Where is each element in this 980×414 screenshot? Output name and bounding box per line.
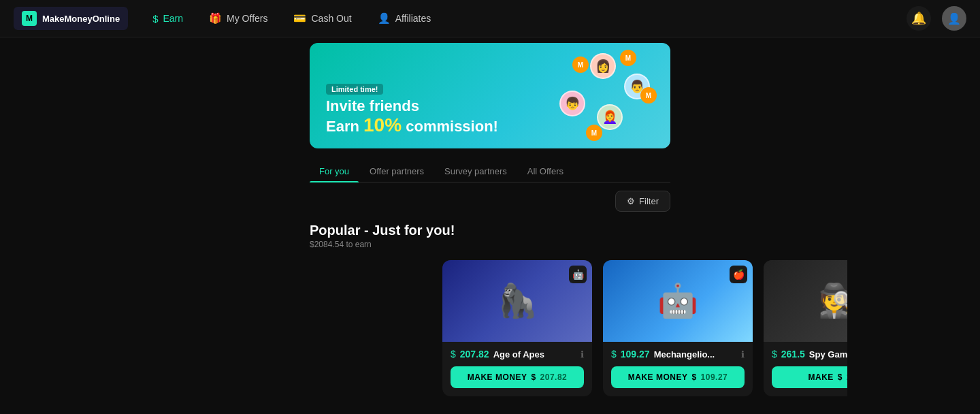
- offer-info: $ 207.82 Age of Apes ℹ: [442, 342, 592, 366]
- person-circle-4: 👦: [559, 91, 585, 116]
- tab-offer-partners[interactable]: Offer partners: [360, 161, 434, 182]
- category-tabs: For you Offer partners Survey partners A…: [310, 161, 670, 182]
- tab-all-offers[interactable]: All Offers: [518, 161, 573, 182]
- nav-my-offers-label: My Offers: [227, 13, 267, 24]
- offer-image: 🤖 🍎: [603, 260, 753, 342]
- dollar-icon: $: [451, 349, 456, 360]
- tab-for-you[interactable]: For you: [310, 161, 359, 182]
- section-subtitle: $2084.54 to earn: [310, 240, 670, 249]
- coin-badge-1: M: [620, 50, 636, 66]
- logo-text: MakeMoneyOnline: [42, 14, 120, 24]
- dollar-icon: $: [611, 349, 617, 360]
- main-content: Limited time! Invite friends Earn 10% co…: [0, 0, 980, 396]
- nav-items: $ Earn 🎁 My Offers 💳 Cash Out 👤 Affiliat…: [142, 7, 906, 30]
- btn-label: MAKE MONEY: [468, 372, 527, 382]
- btn-dollar-icon: $: [691, 372, 696, 382]
- platform-badge: 🤖: [569, 266, 587, 283]
- nav-item-affiliates[interactable]: 👤 Affiliates: [367, 7, 442, 30]
- make-money-button[interactable]: MAKE MONEY $ 207.82: [451, 366, 584, 388]
- coin-badge-2: M: [640, 87, 657, 104]
- nav-cash-out-label: Cash Out: [311, 13, 351, 24]
- banner-highlight: 10%: [363, 114, 402, 136]
- nav-item-my-offers[interactable]: 🎁 My Offers: [198, 7, 278, 30]
- btn-label: MAKE: [808, 372, 833, 382]
- btn-amount: 207.82: [540, 372, 568, 382]
- offer-amount: 261.5: [781, 349, 805, 360]
- offer-image: 🦍 🤖: [442, 260, 592, 342]
- banner-wrap: Limited time! Invite friends Earn 10% co…: [310, 43, 670, 148]
- offer-name: Mechangelio...: [654, 349, 737, 360]
- notifications-button[interactable]: 🔔: [906, 6, 931, 31]
- filter-button[interactable]: ⚙ Filter: [615, 191, 670, 212]
- offer-name: Spy Game: [809, 349, 847, 360]
- offer-card-mechangelio[interactable]: 🤖 🍎 $ 109.27 Mechangelio... ℹ MAKE MONEY…: [603, 260, 753, 396]
- offer-amount: 207.82: [460, 349, 489, 360]
- btn-dollar-icon: $: [531, 372, 536, 382]
- avatar[interactable]: 👤: [942, 6, 966, 31]
- make-money-button[interactable]: MAKE $ 261.5: [772, 366, 847, 388]
- logo-icon: M: [22, 11, 37, 26]
- offer-action: MAKE $ 261.5: [764, 366, 847, 396]
- platform-badge: 🍎: [730, 266, 747, 283]
- gift-icon: 🎁: [209, 12, 222, 25]
- person-circle-1: 👩: [590, 53, 616, 79]
- people-icon: 👤: [378, 12, 391, 25]
- offer-amount: 109.27: [621, 349, 650, 360]
- offer-card-spy-game[interactable]: 🕵️ 🍎 $ 261.5 Spy Game ℹ MAKE $ 261.5: [764, 260, 847, 396]
- nav-affiliates-label: Affiliates: [395, 13, 431, 24]
- banner-limited-label: Limited time!: [326, 84, 383, 95]
- nav-item-earn[interactable]: $ Earn: [142, 7, 194, 30]
- filter-row: ⚙ Filter: [310, 191, 670, 212]
- banner-decoration: 👩 👨 👩‍🦰 👦 M M M M: [521, 50, 657, 142]
- info-icon[interactable]: ℹ: [581, 349, 584, 360]
- btn-amount: 109.27: [701, 372, 728, 382]
- offers-grid: 🦍 🤖 $ 207.82 Age of Apes ℹ MAKE MONEY $ …: [133, 260, 847, 396]
- offer-card-age-of-apes[interactable]: 🦍 🤖 $ 207.82 Age of Apes ℹ MAKE MONEY $ …: [442, 260, 592, 396]
- banner-title: Invite friends Earn 10% commission!: [326, 97, 498, 136]
- promo-banner[interactable]: Limited time! Invite friends Earn 10% co…: [310, 43, 670, 148]
- offer-info: $ 109.27 Mechangelio... ℹ: [603, 342, 753, 366]
- btn-label: MAKE MONEY: [628, 372, 688, 382]
- btn-amount: 261.5: [847, 372, 847, 382]
- offer-action: MAKE MONEY $ 207.82: [442, 366, 592, 396]
- offer-info: $ 261.5 Spy Game ℹ: [764, 342, 847, 366]
- logo[interactable]: M MakeMoneyOnline: [14, 7, 128, 30]
- offer-action: MAKE MONEY $ 109.27: [603, 366, 753, 396]
- dollar-icon: $: [152, 13, 158, 25]
- card-icon: 💳: [293, 12, 306, 25]
- tab-survey-partners[interactable]: Survey partners: [435, 161, 517, 182]
- make-money-button[interactable]: MAKE MONEY $ 109.27: [611, 366, 745, 388]
- info-icon[interactable]: ℹ: [741, 349, 745, 360]
- coin-badge-4: M: [572, 57, 589, 73]
- section-heading: Popular - Just for you! $2084.54 to earn: [310, 223, 670, 249]
- offer-image: 🕵️ 🍎: [764, 260, 847, 342]
- nav-item-cash-out[interactable]: 💳 Cash Out: [282, 7, 362, 30]
- navbar: M MakeMoneyOnline $ Earn 🎁 My Offers 💳 C…: [0, 0, 980, 37]
- filter-icon: ⚙: [627, 196, 635, 206]
- banner-content: Limited time! Invite friends Earn 10% co…: [310, 70, 514, 148]
- person-circle-3: 👩‍🦰: [597, 104, 623, 130]
- offer-bg-icon: 🕵️: [764, 260, 847, 342]
- btn-dollar-icon: $: [838, 372, 843, 382]
- filter-label: Filter: [639, 196, 659, 206]
- section-title: Popular - Just for you!: [310, 223, 670, 238]
- nav-right: 🔔 👤: [906, 6, 966, 31]
- dollar-icon: $: [772, 349, 777, 360]
- nav-earn-label: Earn: [163, 13, 183, 24]
- coin-badge-3: M: [586, 125, 602, 141]
- offer-name: Age of Apes: [493, 349, 576, 360]
